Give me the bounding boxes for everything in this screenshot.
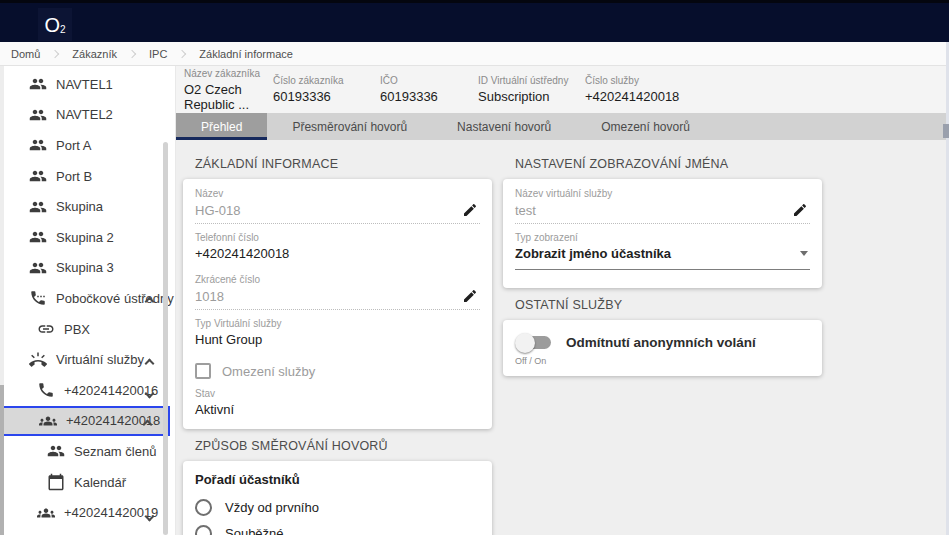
tab-omezeni-hovoru[interactable]: Omezení hovorů xyxy=(576,113,715,140)
sidebar-item-label: NAVTEL1 xyxy=(56,77,113,92)
tab-presmerovani-hovoru[interactable]: Přesměrování hovorů xyxy=(267,113,432,140)
sidebar-item-label: Port B xyxy=(56,169,92,184)
sidebar-item-port-b[interactable]: Port B xyxy=(0,161,175,192)
sidebar-item-420241420016[interactable]: +420241420016 xyxy=(0,375,175,406)
field-nazev-virtualni-sluzby: Název virtuální služby test xyxy=(515,188,810,224)
breadcrumb: Domů Zákazník IPC Základní informace xyxy=(0,42,949,66)
panel-title-zakladni-informace: ZÁKLADNÍ INFORMACE xyxy=(183,150,492,179)
sidebar-item-port-a[interactable]: Port A xyxy=(0,130,175,161)
card-nastaveni-zobrazovani-jmena: Název virtuální služby test Typ zobrazen… xyxy=(503,179,822,288)
radio-button[interactable] xyxy=(195,499,212,516)
sidebar-item-label: Virtuální služby xyxy=(56,352,144,367)
anonymous-call-rejection-label: Odmítnutí anonymních volání xyxy=(566,335,756,350)
info-field-cislo-zakaznika: Číslo zákazníka 60193336 xyxy=(273,75,380,104)
panel-title-nastaveni-zobrazovani-jmena: NASTAVENÍ ZOBRAZOVÁNÍ JMÉNA xyxy=(503,150,822,179)
breadcrumb-item-zakladni-informace: Základní informace xyxy=(199,48,293,60)
pencil-icon xyxy=(462,288,478,304)
sidebar-item-420241420019[interactable]: +420241420019 xyxy=(0,497,175,528)
edit-zkracene-cislo-button[interactable] xyxy=(460,288,480,304)
group-icon xyxy=(28,228,47,247)
breadcrumb-item-ipc[interactable]: IPC xyxy=(149,48,167,60)
radio-vzdy-od-prvniho[interactable]: Vždy od prvního xyxy=(195,499,480,516)
poradi-ucastniku-label: Pořadí účastníků xyxy=(195,472,480,487)
typ-zobrazeni-select[interactable]: Zobrazit jméno účastníka xyxy=(515,246,810,270)
omezeni-sluzby-label: Omezení služby xyxy=(222,364,315,379)
typ-zobrazeni-value: Zobrazit jméno účastníka xyxy=(515,246,800,261)
breadcrumb-separator xyxy=(128,49,136,57)
content-area: ZÁKLADNÍ INFORMACE Název HG-018 Telefonn… xyxy=(176,140,949,535)
field-zkracene-cislo: Zkrácené číslo 1018 xyxy=(195,274,480,310)
group-icon xyxy=(28,105,47,124)
pencil-icon xyxy=(792,202,808,218)
sidebar: NAVTEL1 NAVTEL2 Port A Port B Skupina Sk… xyxy=(0,66,176,535)
calendar-icon xyxy=(46,473,65,492)
sidebar-item-label: Seznam členů xyxy=(74,444,156,459)
sidebar-item-label: +420241420016 xyxy=(64,383,158,398)
sidebar-item-label: PBX xyxy=(64,322,90,337)
sidebar-item-pobockove-ustredny[interactable]: Pobočkové ústředny xyxy=(0,283,175,314)
tab-prehled[interactable]: Přehled xyxy=(176,113,267,140)
customer-info-bar: Název zákazníka O2 Czech Republic ... Čí… xyxy=(176,66,949,113)
field-typ-zobrazeni: Typ zobrazení Zobrazit jméno účastníka xyxy=(515,232,810,270)
card-zpusob-smerovani: Pořadí účastníků Vždy od prvního Souběžn… xyxy=(183,461,492,535)
nazev-virtualni-sluzby-value: test xyxy=(515,203,790,218)
field-telefonni-cislo: Telefonní číslo +420241420018 xyxy=(195,232,480,266)
sidebar-item-virtualni-sluzby[interactable]: Virtuální služby xyxy=(0,344,175,375)
page-scrollbar-thumb[interactable] xyxy=(943,124,949,138)
sidebar-item-skupina[interactable]: Skupina xyxy=(0,191,175,222)
info-field-id-virtualni-ustredny: ID Virtuální ústředny Subscription xyxy=(478,75,585,104)
chevron-up-icon[interactable] xyxy=(145,297,155,307)
group-icon xyxy=(28,136,47,155)
groups-icon xyxy=(36,503,55,522)
panel-title-zpusob-smerovani: ZPŮSOB SMĚROVÁNÍ HOVORŮ xyxy=(183,432,492,461)
sidebar-item-label: NAVTEL2 xyxy=(56,107,113,122)
sidebar-scrollbar-thumb[interactable] xyxy=(163,142,168,535)
sidebar-item-420241420018[interactable]: +420241420018 xyxy=(2,406,170,437)
field-nazev: Název HG-018 xyxy=(195,188,480,224)
card-zakladni-informace: Název HG-018 Telefonní číslo +4202414200… xyxy=(183,179,492,429)
group-icon xyxy=(28,258,47,277)
breadcrumb-separator xyxy=(51,49,59,57)
link-icon xyxy=(36,320,55,339)
tab-nastaveni-hovoru[interactable]: Nastavení hovorů xyxy=(432,113,576,140)
info-field-ico: IČO 60193336 xyxy=(380,75,478,104)
sidebar-item-label: Skupina 3 xyxy=(56,260,114,275)
panel-title-ostatni-sluzby: OSTATNÍ SLUŽBY xyxy=(503,291,822,320)
sidebar-item-label: Skupina xyxy=(56,199,103,214)
chevron-up-icon[interactable] xyxy=(145,358,155,368)
anonymous-call-rejection-row: Odmítnutí anonymních volání xyxy=(515,335,810,350)
edit-nazev-button[interactable] xyxy=(460,202,480,218)
radio-label: Vždy od prvního xyxy=(225,500,319,515)
info-field-cislo-sluzby: Číslo služby +420241420018 xyxy=(585,75,745,104)
sidebar-item-kalendar[interactable]: Kalendář xyxy=(0,467,175,498)
radio-button[interactable] xyxy=(195,525,212,535)
group-icon xyxy=(46,442,65,461)
field-stav: Stav Aktivní xyxy=(195,388,480,417)
sidebar-item-skupina-2[interactable]: Skupina 2 xyxy=(0,222,175,253)
groups-icon xyxy=(38,411,57,430)
sidebar-item-navtel2[interactable]: NAVTEL2 xyxy=(0,100,175,131)
chevron-down-icon[interactable] xyxy=(145,511,155,521)
group-icon xyxy=(28,197,47,216)
sidebar-item-skupina-3[interactable]: Skupina 3 xyxy=(0,253,175,284)
nazev-value: HG-018 xyxy=(195,203,460,218)
sidebar-item-seznam-clenu[interactable]: Seznam členů xyxy=(0,436,175,467)
edit-nazev-virtualni-sluzby-button[interactable] xyxy=(790,202,810,218)
sidebar-item-navtel1[interactable]: NAVTEL1 xyxy=(0,69,175,100)
info-field-nazev-zakaznika: Název zákazníka O2 Czech Republic ... xyxy=(184,68,273,112)
radio-soubezne[interactable]: Souběžné xyxy=(195,525,480,535)
chevron-down-icon[interactable] xyxy=(145,389,155,399)
omezeni-sluzby-checkbox-row[interactable]: Omezení služby xyxy=(195,363,480,379)
o2-logo-text: O xyxy=(44,15,60,35)
ring-volume-icon xyxy=(28,350,47,369)
group-icon xyxy=(28,75,47,94)
toggle-state-label: Off / On xyxy=(515,356,810,366)
sidebar-item-pbx[interactable]: PBX xyxy=(0,314,175,345)
chevron-up-icon[interactable] xyxy=(143,419,153,429)
o2-logo[interactable]: O2 xyxy=(38,8,72,41)
anonymous-call-rejection-toggle[interactable] xyxy=(518,336,551,349)
breadcrumb-item-domu[interactable]: Domů xyxy=(11,48,40,60)
breadcrumb-item-zakaznik[interactable]: Zákazník xyxy=(72,48,117,60)
left-scrollbar-thumb[interactable] xyxy=(0,385,4,535)
omezeni-sluzby-checkbox[interactable] xyxy=(195,363,211,379)
